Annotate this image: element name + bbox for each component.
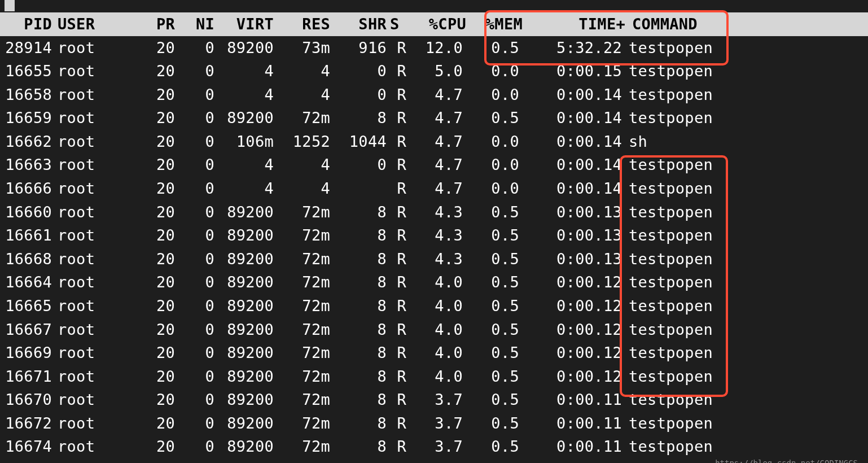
table-row[interactable]: 16662root200106m12521044R4.70.00:00.14sh xyxy=(0,130,868,154)
cell-cpu: 4.0 xyxy=(406,270,463,294)
cell-time: 0:00.13 xyxy=(519,224,622,247)
cell-pid: 16660 xyxy=(0,200,52,224)
cell-ni: 0 xyxy=(175,200,214,224)
cell-shr: 8 xyxy=(330,224,387,247)
cell-cpu: 4.7 xyxy=(406,177,463,200)
col-cpu[interactable]: %CPU xyxy=(410,12,466,36)
col-virt[interactable]: VIRT xyxy=(214,12,274,36)
cell-pid: 16668 xyxy=(0,247,52,271)
cell-user: root xyxy=(52,200,131,224)
table-row[interactable]: 16660root2008920072m8R4.30.50:00.13testp… xyxy=(0,200,868,224)
cell-pr: 20 xyxy=(131,153,175,177)
table-row[interactable]: 16659root2008920072m8R4.70.50:00.14testp… xyxy=(0,106,868,130)
cell-time: 0:00.15 xyxy=(519,59,622,83)
cell-cmd: testpopen xyxy=(622,177,868,200)
cell-shr: 8 xyxy=(330,318,387,342)
cell-virt: 89200 xyxy=(214,388,274,412)
table-row[interactable]: 16667root2008920072m8R4.00.50:00.12testp… xyxy=(0,318,868,342)
col-user[interactable]: USER xyxy=(52,12,131,36)
cell-s: R xyxy=(387,294,406,318)
cell-pid: 16661 xyxy=(0,224,52,247)
cell-mem: 0.5 xyxy=(463,365,519,388)
cell-ni: 0 xyxy=(175,153,214,177)
table-row[interactable]: 16672root2008920072m8R3.70.50:00.11testp… xyxy=(0,412,868,435)
cell-cmd: testpopen xyxy=(622,294,868,318)
table-row[interactable]: 16655root200440R5.00.00:00.15testpopen xyxy=(0,59,868,83)
col-mem[interactable]: %MEM xyxy=(466,12,523,36)
col-s[interactable]: S xyxy=(387,12,410,36)
cell-mem: 0.0 xyxy=(463,153,519,177)
cell-ni: 0 xyxy=(175,388,214,412)
cell-res: 4 xyxy=(274,177,330,200)
cell-cmd: testpopen xyxy=(622,247,868,271)
cell-ni: 0 xyxy=(175,365,214,388)
cell-pr: 20 xyxy=(131,388,175,412)
table-row[interactable]: 16658root200440R4.70.00:00.14testpopen xyxy=(0,83,868,107)
col-res[interactable]: RES xyxy=(274,12,330,36)
cell-time: 0:00.14 xyxy=(519,177,622,200)
cell-ni: 0 xyxy=(175,247,214,271)
cell-shr: 8 xyxy=(330,106,387,130)
table-row[interactable]: 16666root20044R4.70.00:00.14testpopen xyxy=(0,177,868,200)
table-row[interactable]: 16669root2008920072m8R4.00.50:00.12testp… xyxy=(0,341,868,365)
cell-time: 0:00.11 xyxy=(519,435,622,458)
col-pid[interactable]: PID xyxy=(0,12,52,36)
cell-cmd: testpopen xyxy=(622,83,868,107)
cell-s: R xyxy=(387,435,406,458)
cell-shr: 8 xyxy=(330,247,387,271)
cell-mem: 0.0 xyxy=(463,59,519,83)
cell-pid: 16655 xyxy=(0,59,52,83)
cell-time: 0:00.13 xyxy=(519,247,622,271)
cell-res: 72m xyxy=(274,435,330,458)
col-pr[interactable]: PR xyxy=(131,12,175,36)
cell-ni: 0 xyxy=(175,106,214,130)
col-cmd[interactable]: COMMAND xyxy=(625,12,868,36)
table-row[interactable]: 16671root2008920072m8R4.00.50:00.12testp… xyxy=(0,365,868,388)
cell-user: root xyxy=(52,247,131,271)
cell-cpu: 4.3 xyxy=(406,200,463,224)
cell-pr: 20 xyxy=(131,200,175,224)
cell-user: root xyxy=(52,36,131,60)
cell-cmd: testpopen xyxy=(622,106,868,130)
cell-time: 0:00.14 xyxy=(519,153,622,177)
cell-time: 0:00.12 xyxy=(519,318,622,342)
cell-shr: 0 xyxy=(330,153,387,177)
terminal[interactable]: PID USER PR NI VIRT RES SHR S %CPU %MEM … xyxy=(0,0,868,463)
cell-pid: 16662 xyxy=(0,130,52,154)
col-ni[interactable]: NI xyxy=(175,12,214,36)
cell-s: R xyxy=(387,365,406,388)
cell-time: 0:00.11 xyxy=(519,388,622,412)
cell-virt: 4 xyxy=(214,153,274,177)
table-row[interactable]: 16661root2008920072m8R4.30.50:00.13testp… xyxy=(0,224,868,247)
cell-pr: 20 xyxy=(131,177,175,200)
table-row[interactable]: 28914root2008920073m916R12.00.55:32.22te… xyxy=(0,36,868,60)
cell-cmd: testpopen xyxy=(622,153,868,177)
cell-cpu: 4.0 xyxy=(406,318,463,342)
table-row[interactable]: 16670root2008920072m8R3.70.50:00.11testp… xyxy=(0,388,868,412)
cell-virt: 4 xyxy=(214,59,274,83)
cell-user: root xyxy=(52,318,131,342)
cell-ni: 0 xyxy=(175,294,214,318)
cell-shr: 0 xyxy=(330,83,387,107)
table-row[interactable]: 16664root2008920072m8R4.00.50:00.12testp… xyxy=(0,270,868,294)
table-row[interactable]: 16665root2008920072m8R4.00.50:00.12testp… xyxy=(0,294,868,318)
table-row[interactable]: 16668root2008920072m8R4.30.50:00.13testp… xyxy=(0,247,868,271)
cell-res: 72m xyxy=(274,318,330,342)
cell-mem: 0.5 xyxy=(463,270,519,294)
cell-cpu: 4.0 xyxy=(406,294,463,318)
cell-user: root xyxy=(52,224,131,247)
table-row[interactable]: 16663root200440R4.70.00:00.14testpopen xyxy=(0,153,868,177)
cell-res: 72m xyxy=(274,224,330,247)
cell-ni: 0 xyxy=(175,83,214,107)
cell-res: 72m xyxy=(274,200,330,224)
cell-s: R xyxy=(387,153,406,177)
cell-shr: 8 xyxy=(330,435,387,458)
table-row[interactable]: 16674root2008920072m8R3.70.50:00.11testp… xyxy=(0,435,868,458)
cell-virt: 89200 xyxy=(214,200,274,224)
col-time[interactable]: TIME+ xyxy=(523,12,625,36)
cell-mem: 0.5 xyxy=(463,435,519,458)
cell-cmd: sh xyxy=(622,130,868,154)
cell-pr: 20 xyxy=(131,318,175,342)
col-shr[interactable]: SHR xyxy=(330,12,387,36)
cell-virt: 89200 xyxy=(214,435,274,458)
